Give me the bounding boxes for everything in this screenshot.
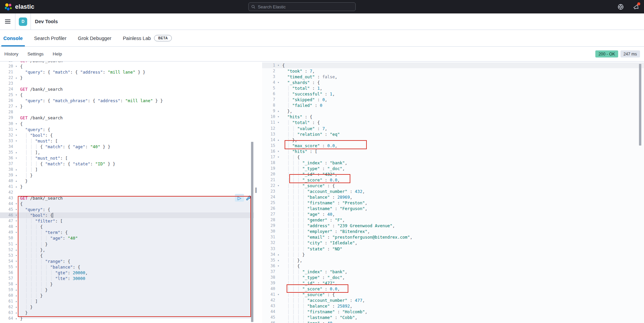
code-line[interactable]: 27▴} [0, 104, 254, 109]
code-line[interactable]: 5 │ "total" : 1, [262, 85, 644, 91]
code-line[interactable]: 14▴ │ }, [262, 137, 644, 143]
code-line[interactable]: 53▾ │ │ │ { [0, 253, 254, 258]
code-line[interactable]: 44▾{ [0, 201, 254, 207]
code-line[interactable]: 38 │ │ │ "_type" : "_doc", [262, 275, 644, 280]
code-line[interactable]: 7 │ "skipped" : 0, [262, 97, 644, 103]
code-line[interactable]: 20 │ │ │ "_id" : "432", [262, 171, 644, 177]
fold-toggle-icon[interactable]: ▴ [14, 104, 18, 109]
code-line[interactable]: 51▴ │ │ │ │ } [0, 241, 254, 247]
code-line[interactable]: 1▾{ [262, 63, 644, 68]
code-line[interactable]: 9▴ }, [262, 108, 644, 114]
fold-toggle-icon[interactable]: ▾ [14, 92, 18, 98]
fold-toggle-icon[interactable]: ▾ [276, 183, 281, 189]
code-line[interactable]: 21 "query": { "match": { "address": "mil… [0, 69, 254, 75]
code-line[interactable]: 64▴} [0, 316, 254, 321]
tab-painless-lab[interactable]: Painless Lab BETA [123, 30, 172, 46]
code-line[interactable]: 28 │ │ │ │ "gender" : "F", [262, 217, 644, 223]
code-line[interactable]: 30▾{ [0, 121, 254, 127]
code-line[interactable]: 42 [0, 190, 254, 195]
code-line[interactable]: 45 │ │ │ │ "lastname" : "Cobb", [262, 315, 644, 320]
fold-toggle-icon[interactable]: ▾ [14, 138, 18, 144]
code-line[interactable]: 40▴ } [0, 178, 254, 184]
fold-toggle-icon[interactable]: ▾ [14, 253, 18, 258]
code-line[interactable]: 24 │ │ │ │ "balance" : 28969, [262, 194, 644, 200]
send-request-button[interactable]: ▷ [235, 194, 244, 202]
code-line[interactable]: 13 │ │ "relation" : "eq" [262, 131, 644, 137]
code-line[interactable]: 61▴ │ │ ] [0, 298, 254, 304]
fold-toggle-icon[interactable]: ▴ [14, 316, 18, 321]
code-line[interactable]: 4▾ "_shards" : { [262, 80, 644, 85]
fold-toggle-icon[interactable]: ▾ [14, 201, 18, 207]
fold-toggle-icon[interactable]: ▴ [14, 178, 18, 184]
fold-toggle-icon[interactable]: ▾ [276, 120, 281, 125]
fold-toggle-icon[interactable]: ▾ [14, 224, 18, 230]
code-line[interactable]: 25 │ │ │ │ "firstname" : "Preston", [262, 200, 644, 206]
fold-toggle-icon[interactable]: ▾ [14, 230, 18, 235]
code-line[interactable]: 30 │ │ │ │ "employer" : "Bitendrex", [262, 229, 644, 234]
fold-toggle-icon[interactable]: ▾ [14, 64, 18, 69]
code-line[interactable]: 18 │ │ │ "_index" : "bank", [262, 160, 644, 166]
fold-toggle-icon[interactable]: ▾ [14, 212, 18, 218]
fold-toggle-icon[interactable]: ▾ [276, 149, 281, 154]
newsfeed-icon[interactable] [633, 3, 639, 10]
code-line[interactable]: 41▴} [0, 184, 254, 190]
code-line[interactable]: 26 "query": { "match_phrase": { "address… [0, 98, 254, 104]
code-line[interactable]: 35▴ │ │ ], [0, 150, 254, 155]
code-line[interactable]: 48▾ │ │ │ { [0, 224, 254, 230]
code-line[interactable]: 56 │ │ │ │ │ │ "gte": 20000, [0, 270, 254, 276]
fold-toggle-icon[interactable]: ▾ [14, 132, 18, 138]
fold-toggle-icon[interactable]: ▾ [14, 218, 18, 224]
fold-toggle-icon[interactable]: ▴ [276, 252, 281, 257]
code-line[interactable]: 33 │ │ │ │ "state" : "ND" [262, 246, 644, 252]
fold-toggle-icon[interactable]: ▾ [276, 63, 281, 68]
fold-toggle-icon[interactable]: ▴ [276, 137, 281, 143]
code-line[interactable]: 40 │ │ │ "_score" : 0.0, [262, 286, 644, 292]
code-line[interactable]: 27 │ │ │ │ "age" : 40, [262, 211, 644, 217]
code-line[interactable]: 12 │ │ "value" : 7, [262, 126, 644, 131]
code-line[interactable]: 20▾{ [0, 64, 254, 69]
code-line[interactable]: 6 │ "successful" : 1, [262, 91, 644, 97]
fold-toggle-icon[interactable]: ▾ [14, 127, 18, 132]
code-line[interactable]: 43GET /bank/_search [0, 195, 254, 201]
code-line[interactable]: 39 │ │ │ "_id" : "477", [262, 280, 644, 286]
fold-toggle-icon[interactable]: ▾ [14, 207, 18, 212]
fold-toggle-icon[interactable]: ▾ [276, 154, 281, 160]
tab-grok-debugger[interactable]: Grok Debugger [78, 30, 111, 46]
code-line[interactable]: 44 │ │ │ │ "firstname" : "Holcomb", [262, 309, 644, 315]
code-line[interactable]: 21 │ │ │ "_score" : 0.0, [262, 177, 644, 183]
fold-toggle-icon[interactable]: ▴ [14, 298, 18, 304]
fold-toggle-icon[interactable]: ▾ [14, 258, 18, 264]
code-line[interactable]: 38▴ │ │ ] [0, 167, 254, 172]
menu-settings[interactable]: Settings [28, 51, 44, 56]
code-line[interactable]: 34▴ │ │ │ } [262, 252, 644, 257]
code-line[interactable]: 32 │ │ │ │ "city" : "Idledale", [262, 240, 644, 246]
menu-history[interactable]: History [4, 51, 18, 56]
code-line[interactable]: 29 │ │ │ │ "address" : "239 Greenwood Av… [262, 223, 644, 229]
code-line[interactable]: 45▾ "query": { [0, 207, 254, 212]
code-line[interactable]: 22▾ │ │ │ "_source" : { [262, 183, 644, 189]
code-line[interactable]: 10▾ "hits" : { [262, 114, 644, 120]
left-pane-scrollbar[interactable] [251, 142, 253, 322]
code-line[interactable]: 3 "timed_out" : false, [262, 74, 644, 80]
code-line[interactable]: 25▾{ [0, 92, 254, 98]
fold-toggle-icon[interactable]: ▾ [14, 121, 18, 127]
code-line[interactable]: 37 │ │ │ { "match": { "state": "ID" } } [0, 161, 254, 167]
code-line[interactable]: 37 │ │ │ "_index" : "bank", [262, 269, 644, 275]
code-line[interactable]: 8 │ "failed" : 0 [262, 103, 644, 108]
fold-toggle-icon[interactable]: ▾ [14, 264, 18, 270]
code-line[interactable]: 31▾ "query": { [0, 127, 254, 132]
fold-toggle-icon[interactable]: ▴ [14, 247, 18, 253]
code-line[interactable]: 36▾ │ │ { [262, 263, 644, 269]
code-line[interactable]: 43 │ │ │ │ "balance" : 25892, [262, 303, 644, 309]
code-line[interactable]: 63▴ } [0, 310, 254, 316]
space-selector[interactable]: D [15, 13, 31, 30]
request-editor[interactable]: 19GET /bank/_search20▾{21 "query": { "ma… [0, 62, 254, 323]
fold-toggle-icon[interactable]: ▾ [276, 80, 281, 85]
response-viewer[interactable]: 1▾{2 "took" : 7,3 "timed_out" : false,4▾… [262, 62, 644, 323]
code-line[interactable]: 52▴ │ │ │ }, [0, 247, 254, 253]
code-line[interactable]: 23 [0, 81, 254, 86]
fold-toggle-icon[interactable]: ▴ [14, 172, 18, 178]
wrench-icon[interactable] [245, 195, 252, 201]
code-line[interactable]: 22▴} [0, 75, 254, 81]
menu-hamburger-icon[interactable] [0, 13, 15, 30]
